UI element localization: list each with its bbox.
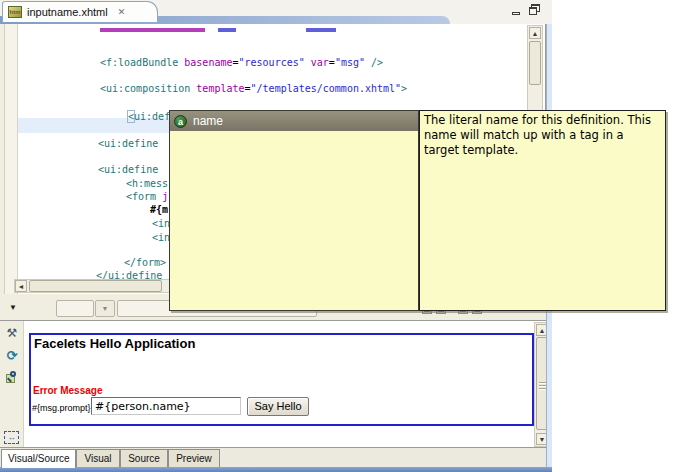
say-hello-button[interactable]: Say Hello (247, 397, 309, 416)
person-name-input[interactable] (91, 397, 241, 415)
error-message-label: Error Message (33, 385, 102, 396)
editor-tab-inputname[interactable]: htm inputname.xhtml ✕ (2, 1, 158, 22)
editor-hscroll-thumb[interactable] (29, 280, 162, 292)
tab-visual[interactable]: Visual (76, 449, 120, 468)
page-title: Facelets Hello Application (34, 336, 195, 351)
proposal-row-selected[interactable]: a name (170, 111, 418, 131)
code-line: <in (152, 217, 170, 230)
code-line: <ui:composition template="/templates/com… (100, 82, 407, 95)
xhtml-file-icon: htm (8, 6, 22, 18)
annotation-ruler (5, 24, 18, 294)
code-line: </ui:define (96, 269, 162, 279)
find-element-icon[interactable] (4, 370, 20, 386)
code-line: #{m (150, 203, 168, 216)
visual-canvas[interactable]: Facelets Hello Application Error Message… (25, 321, 534, 448)
restore-icon[interactable] (528, 3, 541, 15)
editor-tab-label: inputname.xhtml (27, 6, 108, 18)
show-non-visual-tags-icon[interactable]: ↔ (4, 431, 19, 444)
page-body-outline[interactable]: Facelets Hello Application Error Message… (29, 333, 534, 426)
style-class-combo[interactable] (56, 300, 94, 317)
minimize-icon[interactable] (510, 6, 523, 18)
refresh-icon[interactable]: ⟳ (4, 348, 20, 364)
close-icon[interactable]: ✕ (118, 7, 126, 17)
vpe-icon-strip: ⚒ ⟳ ↔ (0, 321, 24, 448)
code-line: <ui:define (98, 137, 164, 150)
code-line: <in (152, 231, 170, 244)
editor-mode-tabs: Visual/SourceVisualSourcePreview (0, 447, 549, 467)
visual-editor-pane: ⚒ ⟳ ↔ Facelets Hello Application Error M… (0, 320, 549, 447)
tab-visual-source[interactable]: Visual/Source (1, 449, 76, 468)
tab-source[interactable]: Source (120, 449, 168, 468)
code-line: <ui:define (98, 163, 164, 176)
combo-dropdown-icon[interactable]: ▼ (95, 300, 115, 317)
preferences-tools-icon[interactable]: ⚒ (4, 326, 20, 342)
code-line: <form j (126, 190, 168, 203)
prompt-label: #{msg.prompt} (32, 403, 91, 413)
toolbar-menu-icon[interactable]: ▼ (9, 303, 17, 312)
code-line: <f:loadBundle basename="resources" var="… (100, 56, 383, 69)
editor-scroll-thumb[interactable] (529, 41, 541, 85)
proposal-doc-popup: The literal name for this definition. Th… (419, 110, 666, 311)
code-line: <h:mess (126, 177, 168, 190)
window-bottom-border (0, 467, 552, 472)
attribute-proposal-icon: a (174, 115, 187, 128)
editor-tabbar: htm inputname.xhtml ✕ (0, 0, 552, 24)
code-line: </form> (124, 256, 166, 269)
proposal-label: name (193, 114, 223, 128)
scroll-left-icon[interactable]: ◄ (15, 280, 27, 292)
desktop: htm inputname.xhtml ✕ <f:loadBundle base… (0, 0, 675, 472)
scroll-up-icon[interactable]: ▲ (529, 27, 541, 39)
content-assist-list[interactable]: a name (169, 110, 419, 311)
tab-preview[interactable]: Preview (168, 449, 220, 468)
